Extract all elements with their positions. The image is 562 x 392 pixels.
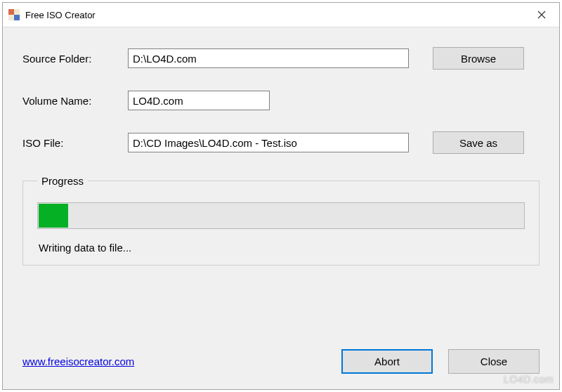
client-area: Source Folder: Browse Volume Name: ISO F… xyxy=(3,27,559,389)
progress-status: Writing data to file... xyxy=(37,242,525,254)
titlebar: Free ISO Creator xyxy=(3,3,559,27)
progress-bar xyxy=(37,202,525,229)
website-link[interactable]: www.freeisocreator.com xyxy=(22,355,134,367)
close-button[interactable]: Close xyxy=(448,349,540,374)
progress-fill xyxy=(39,204,68,228)
volume-input[interactable] xyxy=(128,91,270,110)
abort-button[interactable]: Abort xyxy=(341,349,433,374)
bottom-row: www.freeisocreator.com Abort Close xyxy=(22,349,540,374)
volume-row: Volume Name: xyxy=(22,91,540,110)
source-label: Source Folder: xyxy=(22,53,128,65)
saveas-button[interactable]: Save as xyxy=(433,131,524,154)
volume-label: Volume Name: xyxy=(22,95,128,107)
source-row: Source Folder: Browse xyxy=(22,47,540,70)
progress-legend: Progress xyxy=(37,175,88,187)
close-icon[interactable] xyxy=(524,3,559,27)
source-input[interactable] xyxy=(128,48,409,68)
iso-input[interactable] xyxy=(128,133,409,152)
progress-group: Progress Writing data to file... xyxy=(22,175,540,266)
iso-row: ISO File: Save as xyxy=(22,131,540,154)
browse-button[interactable]: Browse xyxy=(433,47,524,70)
window-title: Free ISO Creator xyxy=(25,10,524,20)
iso-label: ISO File: xyxy=(22,137,128,149)
app-window: Free ISO Creator Source Folder: Browse V… xyxy=(2,2,560,390)
app-icon xyxy=(8,9,20,20)
